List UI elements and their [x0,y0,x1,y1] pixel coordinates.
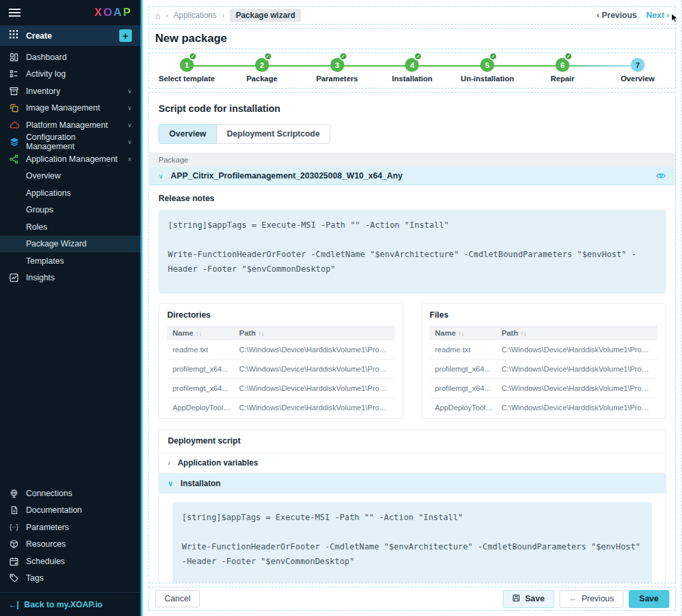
chevron-down-icon: ∨ [127,105,132,111]
deployment-script-title: Deployment script [159,436,665,452]
wizard-stepper: 1 ✓ Select template 2 ✓ Package 3 ✓ Para… [149,53,676,89]
sidebar-item-documentation[interactable]: Documentation [0,502,141,519]
check-icon: ✓ [489,52,498,61]
chevron-right-icon: › [667,11,669,20]
step-installation[interactable]: 4 ✓ Installation [375,58,450,88]
sidebar-item-package-wizard[interactable]: Package Wizard [0,236,141,253]
sidebar-item-connections[interactable]: Connections [0,485,141,502]
app-window: XOAP Create + Dashboard Activity log [0,0,682,616]
cube-icon [9,539,19,549]
table-row[interactable]: readme.txtC:\Windows\Device\HarddiskVolu… [430,340,657,360]
sidebar-item-application-management[interactable]: Application Management ∧ [0,151,141,168]
accordion-installation[interactable]: ∨ Installaton [159,473,665,493]
globe-icon [9,489,19,498]
sidebar-item-tags[interactable]: Tags [0,570,141,587]
hamburger-menu-icon[interactable] [9,8,21,17]
mouse-cursor [671,13,679,26]
sidebar-item-inventory[interactable]: Inventory ∨ [0,83,141,100]
home-icon[interactable]: ⌂ [155,11,161,21]
sidebar-item-label: Activity log [26,69,66,79]
next-link[interactable]: Next › [646,11,669,20]
sidebar: XOAP Create + Dashboard Activity log [0,0,141,616]
table-row[interactable]: profilemgt_x64...C:\Windows\Device\Hardd… [167,360,395,379]
chevron-right-icon: › [222,11,224,19]
sidebar-bottom-group: Connections Documentation {··} Parameter… [0,485,141,616]
sidebar-item-dashboard[interactable]: Dashboard [0,49,141,66]
table-row[interactable]: profilemgt_x64...C:\Windows\Device\Hardd… [430,379,657,398]
document-icon [9,505,19,515]
previous-link[interactable]: ‹ Previous [597,11,637,20]
calendar-icon [9,557,19,566]
sidebar-item-label: Application Management [26,154,118,164]
page-title: New package [149,28,676,49]
tag-icon [9,573,19,583]
pager: ‹ Previous Next › [597,11,669,20]
back-arrow-icon: ←| [9,600,19,609]
step-parameters[interactable]: 3 ✓ Parameters [300,58,375,88]
previous-button[interactable]: ← Previous [559,590,623,608]
release-notes-code: [string]$appTags = Execute-MSI -Path "" … [159,210,666,294]
package-column-label: Package [149,153,675,167]
sidebar-item-schedules[interactable]: Schedules [0,553,141,570]
sidebar-item-configuration-management[interactable]: Configuration Management ∨ [0,134,141,151]
chevron-left-icon: ‹ [597,11,599,20]
column-path[interactable]: Path ↑↓ [239,329,390,337]
save-primary-button[interactable]: Save [629,590,669,608]
accordion-application-variables[interactable]: › Application variables [159,452,665,473]
step-un-installation[interactable]: 5 ✓ Un-installation [450,58,525,88]
sidebar-item-create[interactable]: Create + [0,25,141,46]
column-path[interactable]: Path ↑↓ [502,329,652,337]
save-secondary-button[interactable]: Save [503,590,553,608]
sidebar-item-insights[interactable]: Insights [0,270,141,287]
card-title: Files [430,310,657,320]
sidebar-item-label: Configuration Management [26,133,121,151]
breadcrumb-applications[interactable]: Applications [174,11,217,20]
tab-deployment-scriptcode[interactable]: Deployment Scriptcode [217,124,331,144]
footer-actions: Cancel Save ← Previous Save [149,587,676,611]
step-repair[interactable]: 6 ✓ Repair [525,58,600,88]
sidebar-item-applications[interactable]: Applications [0,184,141,202]
release-notes-label: Release notes [159,194,666,203]
tables-row: Directories Name ↑↓ Path ↑↓ readme.txtC:… [159,303,666,419]
table-header: Name ↑↓ Path ↑↓ [167,326,395,340]
sort-icon: ↑↓ [258,330,264,337]
table-row[interactable]: profilemgt_x64...C:\Windows\Device\Hardd… [167,379,395,398]
sidebar-item-parameters[interactable]: {··} Parameters [0,519,141,536]
sidebar-item-roles[interactable]: Roles [0,218,141,236]
tab-overview[interactable]: Overview [159,124,217,144]
step-package[interactable]: 2 ✓ Package [224,58,300,88]
check-icon: ✓ [188,52,197,61]
eye-icon[interactable] [656,172,666,180]
column-name[interactable]: Name ↑↓ [172,329,234,337]
table-row[interactable]: AppDeployToolki...C:\Windows\Device\Hard… [430,398,657,417]
chevron-down-icon: ∨ [168,479,173,488]
chevron-down-icon: ∨ [127,122,132,129]
cancel-button[interactable]: Cancel [155,590,200,607]
package-accordion-row[interactable]: ∨ APP_Citrix_Profilemanagement_203025008… [149,167,675,185]
sidebar-item-overview[interactable]: Overview [0,168,141,185]
sidebar-item-label: Insights [26,273,55,282]
sidebar-item-label: Image Management [26,103,100,113]
create-plus-button[interactable]: + [119,29,132,42]
sidebar-item-groups[interactable]: Groups [0,202,141,219]
table-row[interactable]: readme.txtC:\Windows\Device\HarddiskVolu… [167,340,395,360]
chevron-down-icon: ∨ [159,172,163,180]
step-select-template[interactable]: 1 ✓ Select template [149,58,224,88]
breadcrumb-package-wizard: Package wizard [230,9,301,22]
column-name[interactable]: Name ↑↓ [435,329,496,337]
save-floppy-icon [512,594,520,604]
step-overview-current[interactable]: 7 Overview [600,58,675,88]
create-label: Create [26,31,52,41]
table-row[interactable]: AppDeployToolki...C:\Windows\Device\Hard… [167,398,395,417]
table-row[interactable]: profilemgt_x64...C:\Windows\Device\Hardd… [430,360,657,379]
sidebar-item-activity-log[interactable]: Activity log [0,66,141,83]
sidebar-item-resources[interactable]: Resources [0,536,141,553]
sidebar-item-platform-management[interactable]: Platform Management ∨ [0,117,141,134]
sidebar-item-templates[interactable]: Templates [0,252,141,270]
installation-code: [string]$appTags = Execute-MSI -Path "" … [172,502,652,583]
sidebar-item-image-management[interactable]: Image Management ∨ [0,100,141,117]
chevron-right-icon: › [168,459,170,467]
section-title: Script code for installation [159,103,666,114]
layers-icon [9,137,19,147]
back-to-xoap-link[interactable]: ←| Back to my.XOAP.io [0,592,141,616]
